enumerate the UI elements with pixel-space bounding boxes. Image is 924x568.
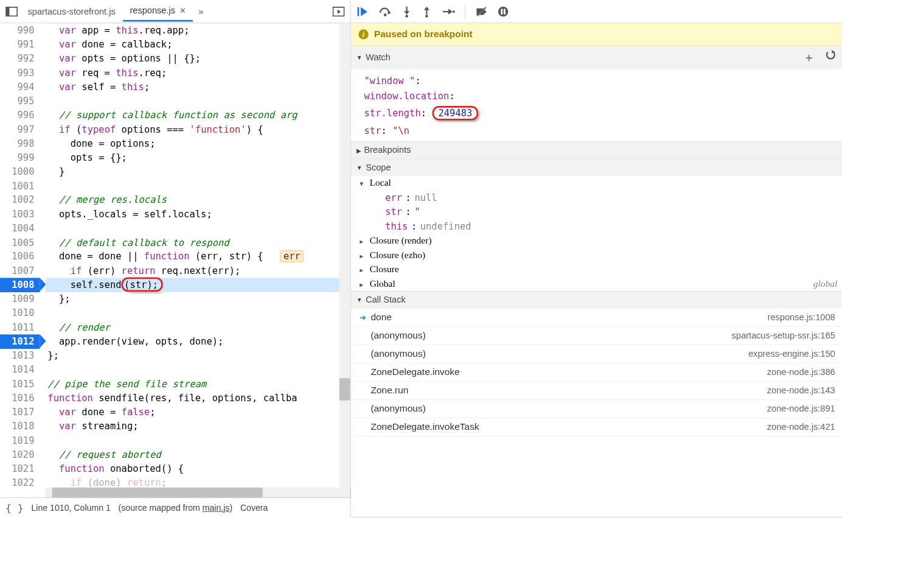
step-button[interactable] xyxy=(442,6,455,16)
tab-nav-run[interactable] xyxy=(330,3,347,19)
code-line[interactable] xyxy=(46,433,350,447)
line-number[interactable]: 1007 xyxy=(0,264,40,278)
watch-row[interactable]: window.location: xyxy=(351,88,842,104)
watch-row[interactable]: "window ": xyxy=(351,72,842,88)
deactivate-breakpoints-button[interactable] xyxy=(476,6,488,17)
code-line[interactable]: done = done || function (err, str) { err xyxy=(46,250,350,264)
code-line[interactable] xyxy=(46,306,350,320)
code-line[interactable] xyxy=(46,94,350,108)
code-line[interactable] xyxy=(46,221,350,235)
callstack-row[interactable]: ➔doneresponse.js:1008 xyxy=(351,309,842,327)
code-line[interactable] xyxy=(46,363,350,377)
line-number[interactable]: 996 xyxy=(0,108,40,122)
step-into-button[interactable] xyxy=(401,5,411,18)
code-line[interactable]: app.render(view, opts, done); xyxy=(46,334,350,348)
scope-row[interactable]: ▶Closure (render) xyxy=(351,234,842,248)
code-line[interactable]: done = options; xyxy=(46,136,350,150)
line-number[interactable]: 1003 xyxy=(0,207,40,221)
tab-active[interactable]: response.js ✕ xyxy=(123,1,193,22)
line-number[interactable]: 1005 xyxy=(0,236,40,250)
line-number[interactable]: 1011 xyxy=(0,320,40,334)
line-number[interactable]: 1000 xyxy=(0,165,40,179)
line-number[interactable]: 1017 xyxy=(0,405,40,419)
callstack-row[interactable]: Zone.runzone-node.js:143 xyxy=(351,382,842,400)
line-number[interactable]: 1022 xyxy=(0,476,40,488)
scope-row[interactable]: str: " xyxy=(351,205,842,219)
tab-nav-prev[interactable] xyxy=(3,3,19,19)
code-line[interactable]: // default callback to respond xyxy=(46,236,350,250)
pretty-print-icon[interactable]: { } xyxy=(5,502,24,513)
code-line[interactable]: self.send(str); xyxy=(46,278,350,292)
tabs-overflow[interactable]: » xyxy=(194,6,208,16)
line-number[interactable]: 1012 xyxy=(0,334,40,348)
code-line[interactable]: var done = callback; xyxy=(46,37,350,51)
source-map-link[interactable]: main.js xyxy=(203,503,230,512)
refresh-watch-button[interactable] xyxy=(825,49,836,66)
step-out-button[interactable] xyxy=(422,5,431,18)
code-line[interactable]: var self = this; xyxy=(46,80,350,94)
callstack-row[interactable]: ZoneDelegate.invokezone-node.js:386 xyxy=(351,363,842,382)
code-line[interactable] xyxy=(46,179,350,193)
horizontal-scrollbar[interactable] xyxy=(46,488,350,497)
line-number[interactable]: 995 xyxy=(0,94,40,108)
code-line[interactable]: if (done) return; xyxy=(46,476,350,488)
line-number[interactable]: 998 xyxy=(0,136,40,150)
step-over-button[interactable] xyxy=(378,6,392,17)
line-number[interactable]: 1014 xyxy=(0,363,40,377)
line-number[interactable]: 1008 xyxy=(0,278,40,292)
code-line[interactable]: }; xyxy=(46,292,350,306)
code-line[interactable]: // request aborted xyxy=(46,447,350,461)
code-line[interactable]: opts = {}; xyxy=(46,150,350,164)
line-number[interactable]: 1006 xyxy=(0,250,40,264)
code-line[interactable]: // render xyxy=(46,320,350,334)
pause-exceptions-button[interactable] xyxy=(498,6,509,17)
line-number[interactable]: 1015 xyxy=(0,377,40,391)
tab-inactive[interactable]: spartacus-storefront.js xyxy=(21,2,122,21)
line-number[interactable]: 1002 xyxy=(0,193,40,207)
line-number[interactable]: 1021 xyxy=(0,461,40,475)
line-number[interactable]: 997 xyxy=(0,122,40,136)
scope-row[interactable]: ▶Closure xyxy=(351,262,842,277)
line-number[interactable]: 991 xyxy=(0,37,40,51)
code-line[interactable]: var opts = options || {}; xyxy=(46,52,350,66)
code-editor[interactable]: 9909919929939949959969979989991000100110… xyxy=(0,23,350,488)
scope-row[interactable]: ▶Globalglobal xyxy=(351,277,842,292)
line-number[interactable]: 1016 xyxy=(0,391,40,405)
scope-row[interactable]: err: null xyxy=(351,190,842,205)
code-line[interactable]: // support callback function as second a… xyxy=(46,108,350,122)
code-line[interactable]: if (err) return req.next(err); xyxy=(46,264,350,278)
line-number[interactable]: 990 xyxy=(0,23,40,37)
code-line[interactable]: var streaming; xyxy=(46,419,350,433)
code-line[interactable]: if (typeof options === 'function') { xyxy=(46,122,350,136)
code-line[interactable]: }; xyxy=(46,349,350,363)
line-number[interactable]: 1001 xyxy=(0,179,40,193)
callstack-row[interactable]: (anonymous)express-engine.js:150 xyxy=(351,345,842,363)
watch-row[interactable]: str.length: 249483 xyxy=(351,103,842,122)
code-line[interactable]: function sendfile(res, file, options, ca… xyxy=(46,391,350,405)
vertical-scrollbar[interactable] xyxy=(339,23,350,488)
scope-row[interactable]: ▼Local xyxy=(351,176,842,191)
code-line[interactable]: var req = this.req; xyxy=(46,66,350,80)
line-number[interactable]: 993 xyxy=(0,66,40,80)
line-number[interactable]: 1009 xyxy=(0,292,40,306)
callstack-row[interactable]: (anonymous)spartacus-setup-ssr.js:165 xyxy=(351,327,842,345)
code-line[interactable]: // merge res.locals xyxy=(46,193,350,207)
watch-row[interactable]: str: "\n xyxy=(351,122,842,138)
breakpoints-header[interactable]: ▶ Breakpoints xyxy=(351,142,842,158)
line-number[interactable]: 1013 xyxy=(0,349,40,363)
line-number[interactable]: 1018 xyxy=(0,419,40,433)
line-number[interactable]: 1004 xyxy=(0,221,40,235)
code-body[interactable]: var app = this.req.app; var done = callb… xyxy=(46,23,350,488)
code-line[interactable]: function onaborted() { xyxy=(46,461,350,475)
close-icon[interactable]: ✕ xyxy=(179,6,186,15)
line-number[interactable]: 992 xyxy=(0,52,40,66)
add-watch-button[interactable]: ＋ xyxy=(803,49,815,66)
line-number[interactable]: 1020 xyxy=(0,447,40,461)
callstack-row[interactable]: ZoneDelegate.invokeTaskzone-node.js:421 xyxy=(351,418,842,437)
code-line[interactable]: } xyxy=(46,165,350,179)
line-number[interactable]: 1010 xyxy=(0,306,40,320)
line-number[interactable]: 1019 xyxy=(0,433,40,447)
line-number[interactable]: 999 xyxy=(0,150,40,164)
scope-header[interactable]: ▼ Scope xyxy=(351,159,842,175)
resume-button[interactable] xyxy=(356,5,369,18)
